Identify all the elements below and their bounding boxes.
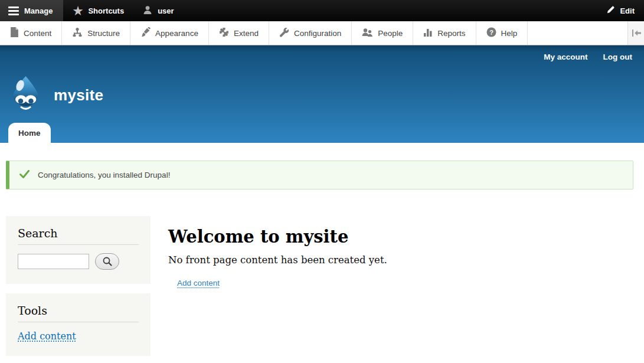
tray-item-label: Configuration <box>294 29 341 38</box>
log-out-link[interactable]: Log out <box>603 53 632 61</box>
toolbar-item-shortcuts[interactable]: ★ Shortcuts <box>63 0 133 21</box>
sidebar-add-content-link[interactable]: Add content <box>18 331 76 342</box>
puzzle-icon <box>219 27 229 39</box>
tray-item-configuration[interactable]: Configuration <box>269 21 352 45</box>
tray-item-reports[interactable]: Reports <box>413 21 476 45</box>
paintbrush-icon <box>140 27 151 39</box>
tray-item-content[interactable]: Content <box>0 21 62 45</box>
page-layout: Search Tools Add content Welcome to mysi… <box>6 216 644 363</box>
toolbar-item-label: Shortcuts <box>88 6 124 15</box>
vertical-orientation-icon <box>632 30 641 37</box>
tray-item-label: Content <box>24 29 51 38</box>
tray-item-label: Structure <box>87 29 120 38</box>
search-block: Search <box>6 216 151 284</box>
bar-chart-icon <box>423 28 433 39</box>
magnifier-icon <box>103 257 112 266</box>
secondary-menu: My account Log out <box>544 53 632 61</box>
tray-item-label: Help <box>501 29 518 38</box>
edit-label: Edit <box>620 6 635 15</box>
toolbar-tray: Content Structure Appearance Extend Conf… <box>0 21 644 45</box>
main-content: Welcome to mysite No front page content … <box>168 216 387 288</box>
hamburger-icon <box>8 6 19 15</box>
page-title: Welcome to mysite <box>168 227 387 247</box>
toolbar-orientation-toggle-button[interactable] <box>627 21 644 45</box>
edit-button[interactable]: Edit <box>597 0 644 21</box>
tray-item-label: People <box>378 29 403 38</box>
tray-item-help[interactable]: ? Help <box>476 21 528 45</box>
site-header: My account Log out m <box>0 45 644 143</box>
user-icon <box>143 5 152 17</box>
tools-block-title: Tools <box>18 304 139 322</box>
tray-item-appearance[interactable]: Appearance <box>130 21 209 45</box>
sidebar-first: Search Tools Add content <box>6 216 151 363</box>
svg-text:?: ? <box>489 29 493 36</box>
tray-item-extend[interactable]: Extend <box>209 21 269 45</box>
tools-block: Tools Add content <box>6 293 151 356</box>
tray-item-structure[interactable]: Structure <box>62 21 130 45</box>
tab-home[interactable]: Home <box>8 123 51 143</box>
toolbar-item-manage[interactable]: Manage <box>0 0 63 21</box>
star-icon: ★ <box>73 5 83 17</box>
status-message: Congratulations, you installed Drupal! <box>6 161 633 189</box>
tray-item-label: Appearance <box>155 29 198 38</box>
tray-item-people[interactable]: People <box>352 21 413 45</box>
sitemap-icon <box>72 27 83 39</box>
wrench-icon <box>279 27 289 39</box>
pencil-icon <box>606 5 615 16</box>
my-account-link[interactable]: My account <box>544 53 587 61</box>
question-circle-icon: ? <box>486 27 496 39</box>
empty-frontpage-text: No front page content has been created y… <box>168 254 387 266</box>
drupal-logo[interactable] <box>8 75 44 115</box>
toolbar-item-user[interactable]: user <box>133 0 183 21</box>
tray-spacer <box>528 21 627 45</box>
admin-bar-spacer <box>184 0 597 21</box>
toolbar-item-label: Manage <box>24 6 53 15</box>
checkmark-icon <box>19 170 30 180</box>
people-icon <box>362 28 373 39</box>
site-branding: mysite <box>8 75 103 115</box>
search-submit-button[interactable] <box>95 253 119 270</box>
admin-toolbar: Manage ★ Shortcuts user Edit <box>0 0 644 21</box>
add-content-link[interactable]: Add content <box>177 279 220 287</box>
toolbar-item-label: user <box>158 6 174 15</box>
tray-item-label: Reports <box>437 29 465 38</box>
search-input[interactable] <box>18 254 89 269</box>
status-message-text: Congratulations, you installed Drupal! <box>38 171 170 179</box>
search-form <box>18 253 139 270</box>
content-file-icon <box>10 27 19 39</box>
tray-item-label: Extend <box>234 29 259 38</box>
site-name[interactable]: mysite <box>54 86 103 104</box>
search-block-title: Search <box>18 227 139 245</box>
